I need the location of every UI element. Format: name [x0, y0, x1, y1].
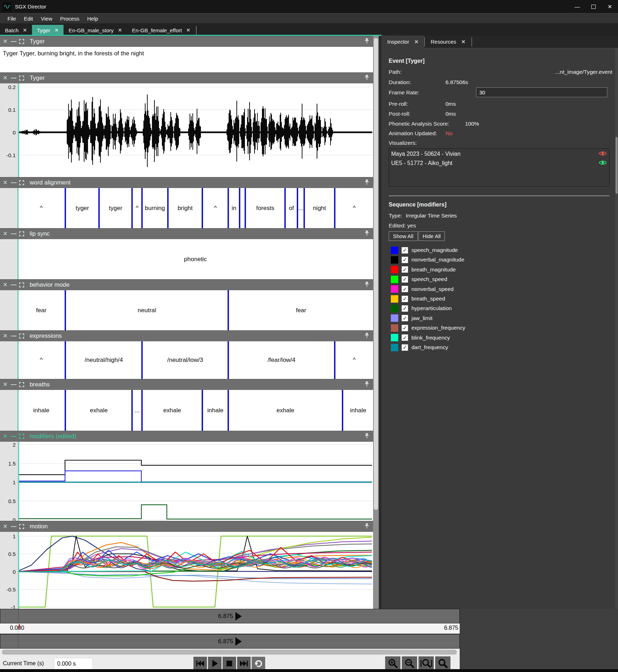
segment-words[interactable]: of [284, 188, 297, 228]
visibility-checkbox[interactable]: ✓ [401, 334, 408, 341]
restore-icon[interactable] [19, 282, 24, 287]
tab-close-icon[interactable]: ✕ [461, 39, 466, 45]
segment-breaths[interactable]: exhale [141, 390, 202, 431]
time-range-bar[interactable]: 0.000 6.875 [0, 623, 460, 634]
tab-close-icon[interactable]: ✕ [118, 27, 122, 33]
segment-behavior[interactable]: fear [228, 290, 373, 330]
horizontal-scrollbar[interactable] [0, 649, 460, 656]
segment-words[interactable]: tyger [98, 188, 131, 228]
tab-close-icon[interactable]: ✕ [186, 27, 190, 33]
segment-words[interactable]: ^ [202, 188, 228, 228]
segment-lip[interactable]: phonetic [18, 239, 373, 279]
restore-icon[interactable] [19, 524, 24, 529]
visibility-checkbox[interactable]: ✓ [401, 344, 408, 351]
panel-minimize-icon[interactable]: — [11, 39, 16, 44]
close-button[interactable]: ✕ [602, 0, 618, 13]
current-time-input[interactable] [54, 658, 93, 670]
visibility-checkbox[interactable]: ✓ [401, 247, 408, 254]
visibility-checkbox[interactable]: ✓ [401, 315, 408, 321]
visibility-checkbox[interactable]: ✓ [401, 305, 408, 312]
playhead[interactable] [18, 390, 18, 431]
restore-icon[interactable] [19, 382, 24, 387]
minimize-button[interactable]: — [569, 0, 585, 13]
playhead[interactable] [18, 188, 18, 228]
menu-help[interactable]: Help [83, 15, 102, 23]
modifiers-area[interactable] [18, 442, 373, 521]
motion-area[interactable] [18, 532, 373, 609]
panel-minimize-icon[interactable]: — [11, 75, 16, 81]
scrollbar-thumb[interactable] [2, 650, 457, 655]
segment-words[interactable]: ... [297, 188, 303, 228]
main-vertical-scrollbar[interactable] [373, 36, 379, 609]
panel-close-icon[interactable]: ✕ [3, 382, 7, 387]
segment-breaths[interactable]: inhale [342, 390, 373, 431]
menu-file[interactable]: File [4, 15, 20, 23]
pin-icon[interactable] [364, 332, 370, 341]
segment-expr[interactable]: /neutral/low/3 [141, 341, 228, 379]
visibility-checkbox[interactable]: ✓ [401, 325, 408, 331]
tab-close-icon[interactable]: ✕ [414, 39, 419, 45]
visibility-checkbox[interactable]: ✓ [401, 286, 408, 292]
panel-close-icon[interactable]: ✕ [3, 333, 7, 339]
panel-minimize-icon[interactable]: — [11, 434, 16, 439]
pin-icon[interactable] [364, 281, 370, 290]
restore-icon[interactable] [19, 180, 24, 185]
panel-minimize-icon[interactable]: — [11, 524, 16, 529]
panel-minimize-icon[interactable]: — [11, 180, 16, 186]
tab-Batch[interactable]: Batch ✕ [0, 25, 32, 35]
tab-Tyger[interactable]: Tyger ✕ [32, 25, 64, 35]
panel-close-icon[interactable]: ✕ [3, 231, 7, 237]
panel-close-icon[interactable]: ✕ [3, 434, 7, 439]
segment-words[interactable]: ^ [131, 188, 141, 228]
panel-minimize-icon[interactable]: — [11, 333, 16, 339]
restore-icon[interactable] [19, 334, 24, 338]
segment-words[interactable]: night [303, 188, 334, 228]
segment-words[interactable]: ^ [18, 188, 65, 228]
waveform-area[interactable] [18, 83, 373, 177]
frame-rate-input[interactable] [476, 87, 607, 97]
scrollbar-thumb[interactable] [616, 137, 618, 194]
panel-close-icon[interactable]: ✕ [3, 75, 7, 81]
restore-icon[interactable] [19, 39, 24, 44]
tab-En-GB_female_effort[interactable]: En-GB_female_effort ✕ [127, 25, 195, 35]
menu-view[interactable]: View [37, 15, 56, 23]
segment-expr[interactable]: /neutral/high/4 [65, 341, 141, 379]
panel-close-icon[interactable]: ✕ [3, 524, 7, 529]
pin-icon[interactable] [364, 523, 370, 531]
restore-icon[interactable] [19, 434, 24, 439]
pin-icon[interactable] [364, 75, 370, 83]
segment-words[interactable]: burning [141, 188, 167, 228]
script-text[interactable]: Tyger Tyger, burning bright, in the fore… [0, 47, 373, 72]
visibility-checkbox[interactable]: ✓ [401, 257, 408, 263]
inspector-scrollbar[interactable] [615, 48, 618, 609]
segment-words[interactable]: bright [167, 188, 202, 228]
pin-icon[interactable] [364, 38, 370, 46]
segment-words[interactable]: ^ [334, 188, 373, 228]
segment-breaths[interactable]: ... [131, 390, 141, 431]
tab-close-icon[interactable]: ✕ [55, 27, 59, 33]
panel-close-icon[interactable]: ✕ [3, 39, 7, 44]
segment-words[interactable]: in [228, 188, 239, 228]
hide-all-button[interactable]: Hide All [419, 231, 445, 241]
panel-minimize-icon[interactable]: — [11, 382, 16, 387]
playback-bar-bottom[interactable]: 6.875 [0, 634, 460, 649]
pin-icon[interactable] [364, 230, 370, 239]
panel-minimize-icon[interactable]: — [11, 282, 16, 288]
visualizer-row[interactable]: UE5 - 51772 - Aiko_light [391, 159, 607, 168]
visualizers-list[interactable]: Maya 2023 - 50624 - Vivian UE5 - 51772 -… [389, 148, 609, 187]
segment-words[interactable] [239, 188, 245, 228]
tab-En-GB_male_story[interactable]: En-GB_male_story ✕ [64, 25, 127, 35]
visualizer-row[interactable]: Maya 2023 - 50624 - Vivian [391, 149, 607, 159]
maximize-button[interactable] [585, 0, 602, 13]
pin-icon[interactable] [364, 381, 370, 390]
segment-expr[interactable]: /fear/low/4 [228, 341, 334, 379]
inspector-tab-Resources[interactable]: Resources✕ [425, 35, 471, 48]
menu-edit[interactable]: Edit [20, 15, 37, 23]
restore-icon[interactable] [19, 76, 24, 81]
tab-close-icon[interactable]: ✕ [23, 27, 27, 33]
segment-expr[interactable]: ^ [18, 341, 65, 379]
scrollbar-thumb[interactable] [374, 38, 378, 510]
segment-breaths[interactable]: exhale [228, 390, 342, 431]
segment-words[interactable]: tyger [65, 188, 98, 228]
segment-breaths[interactable]: inhale [202, 390, 228, 431]
